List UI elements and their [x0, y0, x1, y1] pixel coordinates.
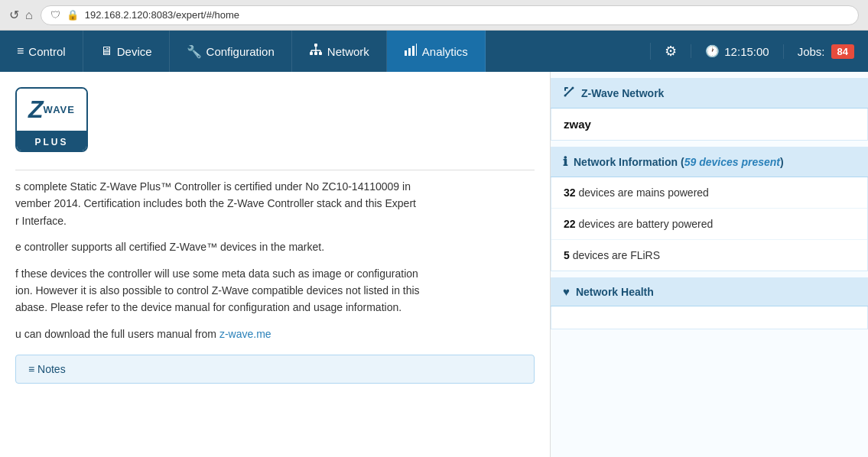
svg-rect-1 [310, 52, 313, 55]
logo-top: Z WAVE [17, 89, 86, 131]
shield-icon: 🛡 [50, 9, 60, 21]
heart-icon: ♥ [563, 285, 570, 298]
battery-text: devices are battery powered [576, 218, 714, 230]
jobs-label: Jobs: [798, 45, 825, 58]
devices-present: 59 devices present [684, 156, 780, 168]
zwave-network-body: zway [551, 109, 868, 141]
nav-jobs: Jobs: 84 [783, 44, 868, 59]
nav-device[interactable]: 🖥 Device [83, 31, 170, 72]
browser-bar: ↺ ⌂ 🛡 🔒 192.168.2.120:8083/expert/#/home [0, 0, 868, 31]
description-line-1: s complete Static Z-Wave Plus™ Controlle… [15, 178, 535, 229]
network-info-header: ℹ Network Information (59 devices presen… [551, 147, 868, 177]
nav-right: ⚙ 🕐 12:15:00 Jobs: 84 [650, 31, 868, 72]
network-info-title: Network Information (59 devices present) [574, 156, 784, 168]
clock-time: 12:15:00 [724, 45, 769, 58]
zwave-network-title: Z-Wave Network [581, 87, 664, 99]
nav-control-label: Control [28, 45, 65, 58]
notes-label: ≡ Notes [28, 363, 66, 375]
address-bar[interactable]: 🛡 🔒 192.168.2.120:8083/expert/#/home [41, 5, 859, 25]
wave-text: WAVE [44, 104, 75, 115]
analytics-icon [404, 43, 418, 60]
svg-rect-3 [319, 52, 322, 55]
jobs-count: 84 [831, 44, 854, 59]
mains-text: devices are mains powered [576, 186, 709, 199]
svg-rect-12 [416, 44, 417, 56]
network-health-title: Network Health [576, 286, 654, 298]
z-letter: Z [28, 96, 44, 124]
zwave-network-section: Z-Wave Network zway [551, 78, 868, 141]
nav-analytics[interactable]: Analytics [387, 31, 486, 72]
zwave-network-header: Z-Wave Network [551, 78, 868, 109]
nav-configuration-label: Configuration [206, 45, 275, 58]
zwave-logo: Z WAVE PLUS [15, 87, 88, 152]
network-name-row: zway [551, 109, 867, 140]
svg-rect-0 [314, 44, 317, 47]
info-icon: ℹ [563, 154, 567, 169]
description-line-2: e controller supports all certified Z-Wa… [15, 238, 535, 255]
navbar: ≡ Control 🖥 Device 🔧 Configuration Netwo… [0, 31, 868, 72]
settings-icon[interactable]: ⚙ [650, 43, 691, 60]
browser-controls: ↺ ⌂ [9, 8, 33, 22]
nav-analytics-label: Analytics [422, 45, 468, 58]
description-line-3: f these devices the controller will use … [15, 265, 535, 316]
svg-rect-11 [412, 46, 414, 56]
network-icon [309, 43, 323, 60]
clock-icon: 🕐 [705, 44, 720, 58]
network-health-header: ♥ Network Health [551, 277, 868, 306]
mains-powered-row: 32 devices are mains powered [551, 177, 867, 209]
plus-text: PLUS [34, 137, 68, 147]
logo-bottom: PLUS [17, 131, 86, 152]
main-content: Z WAVE PLUS s complete Static Z-Wave Plu… [0, 72, 868, 457]
url-text: 192.168.2.120:8083/expert/#/home [85, 9, 239, 21]
logo-area: Z WAVE PLUS [15, 87, 535, 154]
left-panel: Z WAVE PLUS s complete Static Z-Wave Plu… [0, 72, 551, 457]
refresh-icon[interactable]: ↺ [9, 8, 19, 22]
svg-rect-9 [405, 50, 407, 56]
lock-icon: 🔒 [67, 9, 79, 21]
network-health-body [551, 306, 868, 329]
nav-clock: 🕐 12:15:00 [691, 44, 782, 58]
wrench-icon: 🔧 [187, 44, 202, 59]
device-icon: 🖥 [100, 44, 112, 58]
svg-rect-10 [408, 48, 411, 56]
home-icon[interactable]: ⌂ [25, 8, 33, 22]
network-info-body: 32 devices are mains powered 22 devices … [551, 177, 868, 271]
flirs-text: devices are FLiRS [570, 249, 660, 261]
flirs-count: 5 [564, 249, 570, 261]
download-text: u can download the full users manual fro… [15, 326, 535, 342]
nav-network-label: Network [327, 45, 369, 58]
nav-configuration[interactable]: 🔧 Configuration [170, 31, 292, 72]
zwave-icon [563, 86, 575, 100]
right-panel: Z-Wave Network zway ℹ Network Informatio… [551, 72, 868, 457]
network-name: zway [564, 118, 591, 131]
svg-rect-2 [314, 52, 317, 55]
flirs-row: 5 devices are FLiRS [551, 240, 867, 271]
network-health-section: ♥ Network Health [551, 277, 868, 329]
nav-device-label: Device [117, 45, 152, 58]
nav-network[interactable]: Network [292, 31, 387, 72]
control-icon: ≡ [17, 44, 24, 58]
svg-point-14 [572, 87, 574, 89]
battery-powered-row: 22 devices are battery powered [551, 209, 867, 240]
svg-point-13 [564, 95, 567, 97]
zwave-me-link[interactable]: z-wave.me [219, 328, 271, 340]
notes-bar[interactable]: ≡ Notes [15, 355, 535, 384]
nav-control[interactable]: ≡ Control [0, 31, 83, 72]
network-info-section: ℹ Network Information (59 devices presen… [551, 147, 868, 271]
mains-count: 32 [564, 186, 576, 199]
battery-count: 22 [564, 218, 576, 230]
